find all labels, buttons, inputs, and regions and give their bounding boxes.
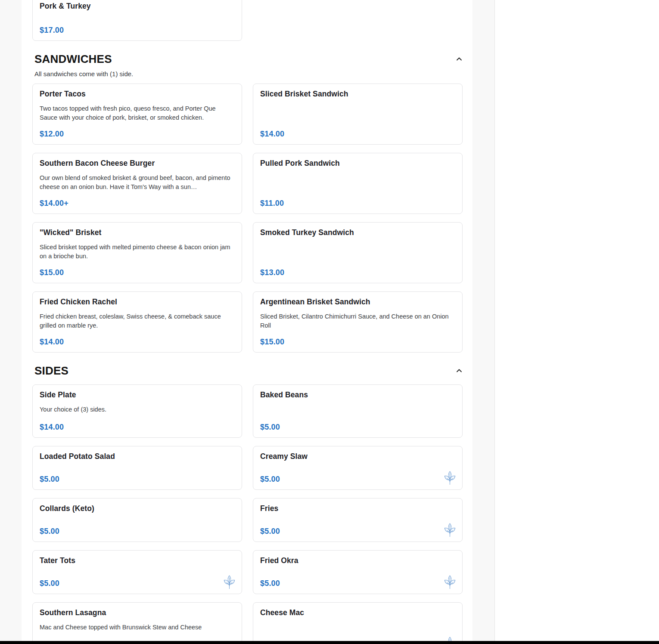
menu-item-name: Collards (Keto)	[40, 504, 235, 513]
menu-item-name: Sliced Brisket Sandwich	[260, 89, 455, 99]
menu-item-price: $15.00	[40, 268, 64, 277]
menu-section-sandwiches: SANDWICHES All sandwiches come with (1) …	[32, 52, 463, 353]
menu-item-card[interactable]: Fries $5.00	[253, 498, 463, 542]
menu-item-card[interactable]: Tater Tots $5.00	[32, 550, 242, 594]
menu-item-card[interactable]: Southern Bacon Cheese Burger Our own ble…	[32, 153, 242, 214]
menu-item-description: Two tacos topped with fresh pico, queso …	[40, 104, 235, 122]
menu-item-name: Tater Tots	[40, 556, 235, 565]
menu-panel: Pork & Turkey $17.00 SANDWICHES All sand…	[22, 0, 472, 644]
menu-item-name: Side Plate	[40, 390, 235, 399]
chevron-up-icon[interactable]	[456, 367, 463, 374]
menu-item-row: Porter Tacos Two tacos topped with fresh…	[32, 84, 463, 145]
menu-item-name: Fried Chicken Rachel	[40, 297, 235, 307]
menu-item-price: $5.00	[40, 526, 59, 536]
menu-item-price: $5.00	[40, 579, 59, 588]
menu-item-row: Loaded Potato Salad $5.00 Creamy Slaw $5…	[32, 446, 463, 490]
menu-item-name: Cheese Mac	[260, 608, 455, 617]
menu-item-name: Baked Beans	[260, 390, 455, 399]
menu-item-card[interactable]: Fried Chicken Rachel Fried chicken breas…	[32, 291, 242, 353]
menu-item-name: Fries	[260, 504, 455, 513]
menu-item-price: $13.00	[260, 268, 284, 277]
order-cart-panel	[494, 0, 659, 644]
menu-item-row: Side Plate Your choice of (3) sides. $14…	[32, 384, 463, 438]
menu-item-description: Mac and Cheese topped with Brunswick Ste…	[40, 623, 235, 632]
menu-item-price: $14.00	[260, 129, 284, 139]
menu-item-row: Southern Lasagna Mac and Cheese topped w…	[32, 602, 463, 644]
menu-item-card[interactable]: Argentinean Brisket Sandwich Sliced Bris…	[253, 291, 463, 353]
menu-item-card[interactable]: Smoked Turkey Sandwich $13.00	[253, 222, 463, 283]
menu-item-price: $14.00	[40, 422, 64, 432]
menu-sections: SANDWICHES All sandwiches come with (1) …	[32, 52, 463, 644]
menu-item-price: $14.00+	[40, 198, 68, 208]
menu-item-card[interactable]: Pork & Turkey $17.00	[32, 0, 242, 41]
menu-item-name: Creamy Slaw	[260, 452, 455, 461]
menu-item-card[interactable]: Baked Beans $5.00	[253, 384, 463, 438]
menu-item-price: $12.00	[40, 129, 64, 139]
menu-item-row: "Wicked" Brisket Sliced brisket topped w…	[32, 222, 463, 283]
menu-item-price: $17.00	[40, 25, 64, 35]
menu-item-price: $14.00	[40, 337, 64, 347]
menu-item-card[interactable]: Creamy Slaw $5.00	[253, 446, 463, 490]
vegetarian-leaf-icon	[443, 575, 457, 589]
menu-item-name: Southern Lasagna	[40, 608, 235, 617]
section-items-grid: Side Plate Your choice of (3) sides. $14…	[32, 384, 463, 644]
vegetarian-leaf-icon	[443, 523, 457, 537]
menu-item-card[interactable]: "Wicked" Brisket Sliced brisket topped w…	[32, 222, 242, 283]
menu-item-card[interactable]: Porter Tacos Two tacos topped with fresh…	[32, 84, 242, 145]
menu-item-name: "Wicked" Brisket	[40, 228, 235, 237]
menu-item-price: $11.00	[260, 198, 284, 208]
menu-item-price: $5.00	[260, 526, 280, 536]
section-subtitle: All sandwiches come with (1) side.	[34, 69, 463, 79]
menu-item-row: Tater Tots $5.00 Fried Okra $5.00	[32, 550, 463, 594]
menu-item-card[interactable]: Southern Lasagna Mac and Cheese topped w…	[32, 602, 242, 644]
menu-item-description: Our own blend of smoked brisket & ground…	[40, 173, 235, 192]
menu-item-card[interactable]: Cheese Mac	[253, 602, 463, 644]
menu-item-description: Sliced Brisket, Cilantro Chimichurri Sau…	[260, 312, 455, 330]
menu-item-card[interactable]: Loaded Potato Salad $5.00	[32, 446, 242, 490]
menu-item-description: Your choice of (3) sides.	[40, 405, 235, 414]
menu-item-price: $5.00	[260, 474, 280, 484]
section-title: SANDWICHES	[34, 52, 112, 66]
menu-item-name: Loaded Potato Salad	[40, 452, 235, 461]
menu-item-card[interactable]: Side Plate Your choice of (3) sides. $14…	[32, 384, 242, 438]
section-items-grid: Porter Tacos Two tacos topped with fresh…	[32, 84, 463, 353]
menu-item-card[interactable]: Pulled Pork Sandwich $11.00	[253, 153, 463, 214]
menu-item-name: Argentinean Brisket Sandwich	[260, 297, 455, 307]
menu-item-name: Porter Tacos	[40, 89, 235, 99]
menu-item-name: Southern Bacon Cheese Burger	[40, 158, 235, 168]
menu-item-price: $5.00	[260, 579, 280, 588]
menu-item-row: Fried Chicken Rachel Fried chicken breas…	[32, 291, 463, 353]
menu-item-row: Collards (Keto) $5.00 Fries $5.00	[32, 498, 463, 542]
vegetarian-leaf-icon	[223, 575, 236, 589]
menu-item-name: Fried Okra	[260, 556, 455, 565]
menu-item-row: Southern Bacon Cheese Burger Our own ble…	[32, 153, 463, 214]
menu-item-name: Smoked Turkey Sandwich	[260, 228, 455, 237]
menu-item-name: Pork & Turkey	[40, 1, 235, 11]
menu-item-card[interactable]: Fried Okra $5.00	[253, 550, 463, 594]
menu-item-description: Fried chicken breast, coleslaw, Swiss ch…	[40, 312, 235, 330]
chevron-up-icon[interactable]	[456, 56, 463, 62]
menu-item-price: $5.00	[40, 474, 59, 484]
menu-item-card[interactable]: Collards (Keto) $5.00	[32, 498, 242, 542]
vegetarian-leaf-icon	[443, 471, 457, 485]
section-title: SIDES	[34, 364, 68, 378]
menu-item-name: Pulled Pork Sandwich	[260, 158, 455, 168]
bottom-taskbar-edge	[0, 641, 659, 644]
menu-item-card[interactable]: Sliced Brisket Sandwich $14.00	[253, 84, 463, 145]
menu-item-price: $15.00	[260, 337, 284, 347]
menu-section-sides: SIDES Side Plate Your choice of (3) side…	[32, 364, 463, 644]
menu-item-price: $5.00	[260, 422, 280, 432]
menu-item-description: Sliced brisket topped with melted piment…	[40, 243, 235, 261]
